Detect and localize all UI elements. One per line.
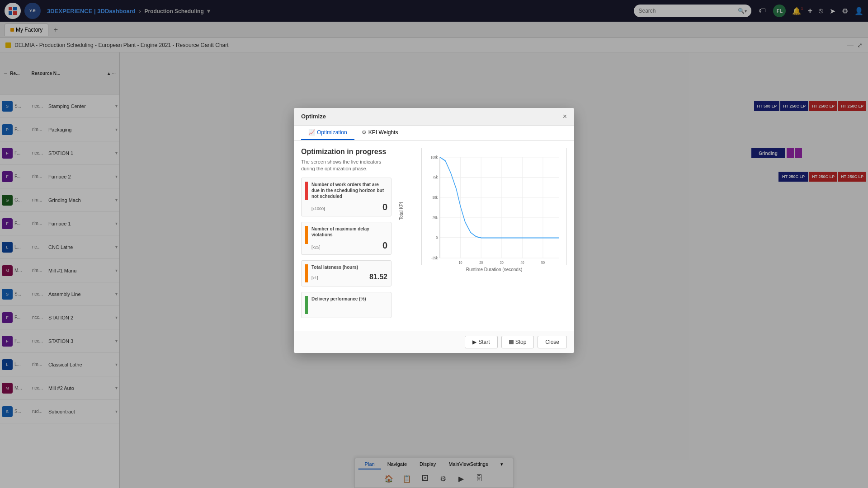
- svg-text:75k: 75k: [433, 175, 438, 179]
- kpi-unit-3: [x1]: [311, 276, 318, 280]
- svg-text:50: 50: [541, 260, 545, 265]
- chart-x-label: Runtime Duration (seconds): [421, 267, 567, 272]
- start-button[interactable]: ▶ Start: [465, 336, 497, 348]
- opt-desc: The screen shows the live indicators dur…: [301, 159, 392, 173]
- svg-text:25k: 25k: [433, 216, 438, 220]
- close-button[interactable]: Close: [538, 336, 567, 348]
- kpi-item-4: Delivery performance (%): [301, 292, 392, 318]
- opt-heading: Optimization in progress: [301, 148, 392, 156]
- chart-area: 100k 75k 50k 25k 0 -25k 10 20 30 40 50: [421, 148, 567, 265]
- kpi-icon: ⚙: [362, 129, 367, 136]
- kpi-chart-svg: 100k 75k 50k 25k 0 -25k 10 20 30 40 50: [422, 148, 566, 265]
- kpi-value-1: 0: [382, 202, 387, 212]
- kpi-unit-2: [x25]: [311, 245, 321, 249]
- kpi-label-4: Delivery performance (%): [311, 296, 387, 302]
- stop-button[interactable]: Stop: [501, 336, 534, 348]
- kpi-label-2: Number of maximum delay violations: [311, 226, 387, 238]
- svg-text:0: 0: [436, 235, 438, 240]
- svg-text:-25k: -25k: [431, 256, 438, 260]
- svg-text:30: 30: [500, 260, 504, 265]
- kpi-value-3: 81.52: [369, 273, 387, 281]
- modal-close-button[interactable]: ×: [563, 113, 567, 121]
- kpi-bar-1: [305, 182, 308, 200]
- modal-chart-panel: Total KPI: [399, 148, 567, 324]
- kpi-label-1: Number of work orders that are due in th…: [311, 182, 387, 199]
- svg-text:40: 40: [520, 260, 524, 265]
- kpi-item-2: Number of maximum delay violations [x25]…: [301, 222, 392, 255]
- svg-text:20: 20: [479, 260, 483, 265]
- modal-tabs: 📈 Optimization ⚙ KPI Weights: [294, 126, 574, 141]
- modal-footer: ▶ Start Stop Close: [294, 331, 574, 353]
- svg-text:100k: 100k: [431, 155, 438, 160]
- modal-left-panel: Optimization in progress The screen show…: [301, 148, 392, 324]
- chart-icon: 📈: [308, 129, 315, 136]
- kpi-label-3: Total lateness (hours): [311, 264, 387, 270]
- modal-overlay: Optimize × 📈 Optimization ⚙ KPI Weights …: [0, 0, 868, 488]
- svg-text:50k: 50k: [433, 195, 438, 200]
- play-icon: ▶: [472, 339, 476, 345]
- tab-optimization[interactable]: 📈 Optimization: [301, 126, 354, 140]
- modal-body: Optimization in progress The screen show…: [294, 141, 574, 331]
- modal-header: Optimize ×: [294, 108, 574, 126]
- modal-title: Optimize: [301, 113, 326, 120]
- kpi-value-2: 0: [382, 240, 387, 251]
- kpi-item-3: Total lateness (hours) [x1] 81.52: [301, 260, 392, 286]
- chart-y-label: Total KPI: [399, 202, 404, 220]
- tab-kpi-weights[interactable]: ⚙ KPI Weights: [354, 126, 406, 140]
- kpi-bar-3: [305, 264, 308, 282]
- kpi-bar-4: [305, 296, 308, 314]
- kpi-item-1: Number of work orders that are due in th…: [301, 178, 392, 216]
- kpi-unit-1: [x1000]: [311, 206, 325, 211]
- svg-rect-4: [422, 148, 566, 265]
- kpi-bar-2: [305, 226, 308, 244]
- svg-text:10: 10: [459, 260, 462, 265]
- stop-icon: [509, 340, 514, 344]
- optimize-modal: Optimize × 📈 Optimization ⚙ KPI Weights …: [294, 108, 574, 353]
